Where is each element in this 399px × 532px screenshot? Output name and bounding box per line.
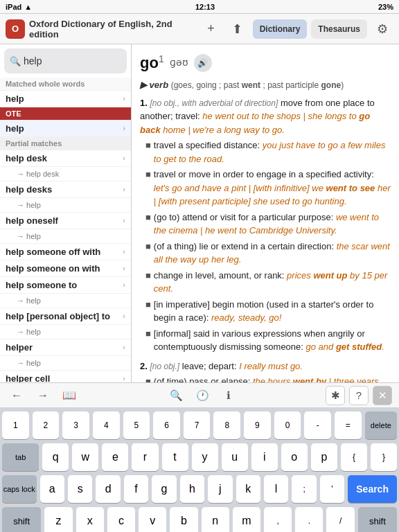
info-button[interactable]: ℹ [219,386,238,405]
key-openbrace[interactable]: { [341,443,367,471]
history-button[interactable]: 🕐 [193,386,212,405]
key-x[interactable]: x [76,507,104,532]
key-t[interactable]: t [162,443,188,471]
bottom-toolbar: ← → 📖 🔍 🕐 ℹ ✱ ? ✕ [0,382,399,407]
question-button[interactable]: ? [349,386,369,405]
list-item[interactable]: helper cell› [0,371,131,382]
word-list: Matched whole words help› OTE help› Part… [0,78,131,382]
add-button[interactable]: + [200,18,222,40]
key-v[interactable]: v [139,507,166,532]
dictionary-tab[interactable]: Dictionary [253,19,308,39]
key-shift-left[interactable]: shift [2,507,41,532]
key-k[interactable]: k [236,475,260,503]
key-8[interactable]: 8 [213,411,240,439]
ote-header: OTE [0,107,131,121]
key-q[interactable]: q [42,443,69,471]
key-z[interactable]: z [44,507,72,532]
settings-button[interactable]: ⚙ [371,18,393,40]
close-keyboard-button[interactable]: ✕ [373,386,392,405]
key-9[interactable]: 9 [244,411,271,439]
search-input[interactable]: help [24,55,132,66]
list-item[interactable]: help desk› [0,150,131,167]
key-w[interactable]: w [72,443,98,471]
forward-button[interactable]: → [33,386,53,405]
matched-words-header: Matched whole words [0,78,131,91]
list-item-sub[interactable]: → help desk [0,167,131,181]
key-7[interactable]: 7 [184,411,211,439]
list-item[interactable]: help someone off with› [0,244,131,260]
key-b[interactable]: b [170,507,197,532]
entry-pronunciation: ɡəʊ [170,55,188,70]
list-item[interactable]: help› [0,121,131,137]
key-shift-right[interactable]: shift [358,507,397,532]
list-item[interactable]: help desks› [0,181,131,198]
key-n[interactable]: n [202,507,229,532]
key-r[interactable]: r [132,443,158,471]
list-item[interactable]: help someone to› [0,277,131,294]
bookmarks-button[interactable]: 📖 [60,386,79,405]
list-item[interactable]: help oneself› [0,213,131,229]
list-item[interactable]: help someone on with› [0,260,131,277]
key-0[interactable]: 0 [274,411,301,439]
key-equals[interactable]: = [335,411,362,439]
bullet-item: ■travel or move in order to engage in a … [145,168,391,209]
key-s[interactable]: s [68,475,92,503]
key-closebrace[interactable]: } [371,443,397,471]
key-f[interactable]: f [124,475,148,503]
key-l[interactable]: l [264,475,288,503]
key-c[interactable]: c [107,507,135,532]
list-item-sub[interactable]: → help [0,198,131,213]
key-m[interactable]: m [233,507,260,532]
list-item[interactable]: help› [0,91,131,107]
key-e[interactable]: e [102,443,128,471]
asterisk-button[interactable]: ✱ [326,386,345,405]
key-semicolon[interactable]: ; [292,475,316,503]
audio-button[interactable]: 🔊 [194,54,212,72]
key-1[interactable]: 1 [2,411,29,439]
key-j[interactable]: j [208,475,232,503]
key-p[interactable]: p [311,443,337,471]
key-4[interactable]: 4 [93,411,120,439]
list-item[interactable]: helper› [0,339,131,356]
key-capslock[interactable]: caps lock [2,475,37,503]
list-item[interactable]: help [personal object] to› [0,308,131,325]
key-a[interactable]: a [40,475,64,503]
list-item-sub[interactable]: → help [0,356,131,371]
key-5[interactable]: 5 [123,411,150,439]
share-button[interactable]: ⬆ [227,18,249,40]
sense-1: 1. [no obj., with adverbial of direction… [140,96,391,354]
status-bar: iPad ▲ 12:13 23% [0,0,399,14]
search-panel-button[interactable]: 🔍 [166,386,186,405]
key-tab[interactable]: tab [2,443,39,471]
bullet-item: ■[informal] said in various expressions … [145,327,391,354]
key-i[interactable]: i [251,443,278,471]
list-item-sub[interactable]: → help [0,229,131,244]
key-minus[interactable]: - [304,411,331,439]
entry-header: go1 ɡəʊ 🔊 [140,51,391,74]
key-quote[interactable]: ' [320,475,344,503]
back-button[interactable]: ← [7,386,26,405]
key-comma[interactable]: , [264,507,292,532]
bullet-item: ■(go to) attend or visit for a particula… [145,211,391,238]
key-delete[interactable]: delete [365,411,397,439]
key-period[interactable]: . [295,507,323,532]
sense-2: 2. [no obj.] leave; depart: I really mus… [140,360,391,383]
list-item-sub[interactable]: → help [0,294,131,308]
key-y[interactable]: y [192,443,218,471]
bullet-item: ■travel a specified distance: you just h… [145,139,391,166]
main-content: 🔍 help ✕ ▼ Matched whole words help› OTE… [0,44,399,382]
key-slash[interactable]: / [326,507,354,532]
list-item-sub[interactable]: → help [0,325,131,339]
key-h[interactable]: h [180,475,204,503]
key-6[interactable]: 6 [153,411,180,439]
key-3[interactable]: 3 [62,411,89,439]
key-d[interactable]: d [96,475,120,503]
toolbar-right: ✱ ? ✕ [326,386,392,405]
key-search[interactable]: Search [348,475,397,503]
key-o[interactable]: o [281,443,308,471]
keyboard: 1 2 3 4 5 6 7 8 9 0 - = delete tab q w e… [0,407,399,532]
key-u[interactable]: u [222,443,248,471]
key-2[interactable]: 2 [33,411,60,439]
thesaurus-tab[interactable]: Thesaurus [311,19,367,39]
key-g[interactable]: g [152,475,176,503]
